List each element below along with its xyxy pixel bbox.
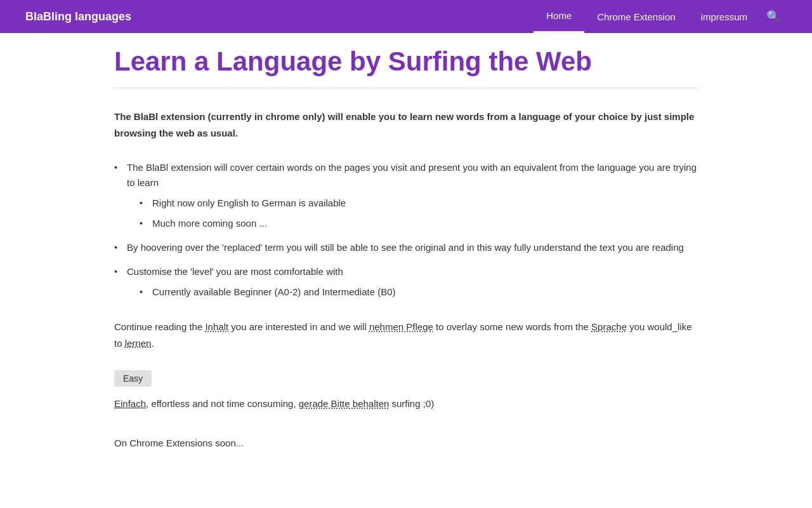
main-content: Learn a Language by Surfing the Web The … (102, 33, 710, 474)
feature-item-2: By hoovering over the 'replaced' term yo… (114, 240, 698, 255)
nav-link-home[interactable]: Home (534, 0, 584, 33)
footer-note: On Chrome Extensions soon... (114, 438, 698, 448)
einfach-link[interactable]: Einfach (114, 398, 146, 409)
inhalt-link[interactable]: Inhalt (205, 321, 228, 332)
nav-brand[interactable]: BlaBling languages (25, 10, 131, 23)
badge-container: Easy (114, 370, 698, 387)
sub-list-1: Right now only English to German is avai… (140, 196, 698, 231)
easy-badge: Easy (114, 370, 152, 387)
divider (114, 88, 698, 88)
nav-link-impressum[interactable]: impressum (688, 1, 760, 32)
einfach-line: Einfach, effortless and not time consumi… (114, 396, 698, 412)
lernen-link[interactable]: lernen (125, 338, 152, 349)
continue-paragraph: Continue reading the Inhalt you are inte… (114, 319, 698, 351)
nav-link-chrome-extension[interactable]: Chrome Extension (584, 1, 688, 32)
paragraph-text-1: Continue reading the (114, 321, 205, 332)
sub-item-1-1: Right now only English to German is avai… (140, 196, 698, 211)
intro-paragraph: The BlaBl extension (currently in chrome… (114, 109, 698, 141)
gerade-bitte-behalten-link[interactable]: gerade Bitte behalten (299, 398, 390, 409)
intro-text: The BlaBl extension (currently in chrome… (114, 111, 694, 138)
feature-text-1: The BlaBl extension will cover certain w… (127, 162, 697, 188)
feature-list: The BlaBl extension will cover certain w… (114, 160, 698, 300)
navbar: BlaBling languages Home Chrome Extension… (0, 0, 812, 33)
feature-text-2: By hoovering over the 'replaced' term yo… (127, 242, 684, 253)
sub-item-3-1: Currently available Beginner (A0-2) and … (140, 284, 698, 300)
page-title: Learn a Language by Surfing the Web (114, 46, 698, 77)
paragraph-text-2: you are interested in and we will (228, 321, 369, 332)
sub-list-3: Currently available Beginner (A0-2) and … (140, 284, 698, 300)
search-icon[interactable]: 🔍 (760, 0, 787, 34)
sub-item-1-2: Much more coming soon ... (140, 216, 698, 231)
feature-text-3: Customise the 'level' you are most comfo… (127, 266, 343, 277)
paragraph-text-3: to overlay some new words from the (433, 321, 591, 332)
nav-links: Home Chrome Extension impressum 🔍 (534, 0, 787, 34)
feature-item-3: Customise the 'level' you are most comfo… (114, 264, 698, 300)
sprache-link[interactable]: Sprache (591, 321, 627, 332)
feature-item-1: The BlaBl extension will cover certain w… (114, 160, 698, 231)
einfach-end: surfing ;0) (389, 398, 434, 409)
nehmen-pflege-link[interactable]: nehmen Pflege (369, 321, 433, 332)
einfach-middle: , effortless and not time consuming, (146, 398, 299, 409)
paragraph-text-5: . (151, 338, 154, 349)
